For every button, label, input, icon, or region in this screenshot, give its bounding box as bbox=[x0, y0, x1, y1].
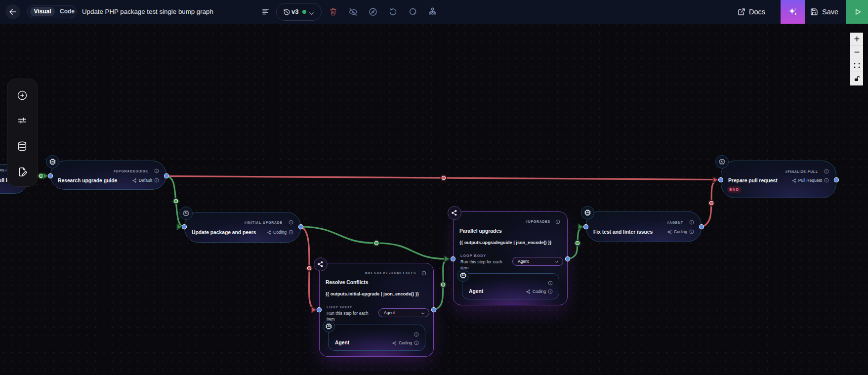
svg-text:AI: AI bbox=[328, 325, 331, 328]
svg-text:AI: AI bbox=[586, 211, 589, 214]
svg-text:AI: AI bbox=[462, 274, 465, 277]
svg-text:AI: AI bbox=[185, 211, 188, 214]
svg-text:AI: AI bbox=[721, 160, 724, 163]
svg-text:AI: AI bbox=[51, 160, 54, 163]
